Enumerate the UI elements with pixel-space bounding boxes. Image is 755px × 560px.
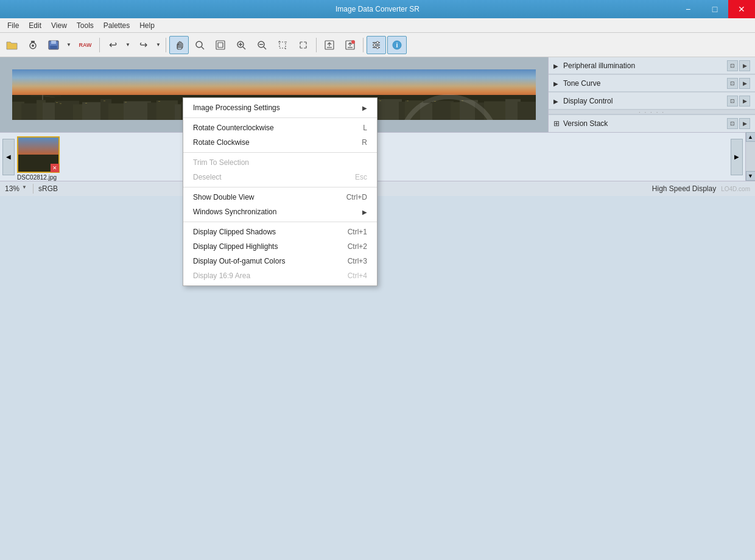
svg-point-25: [351, 40, 355, 44]
svg-rect-62: [378, 99, 402, 120]
selection-button[interactable]: [293, 36, 313, 54]
ctx-rotate-ccw-label: Rotate Counterclockwise: [193, 124, 274, 132]
filmstrip-area: ◀ ✕ DSC02812.jpg ▶ ▲ ▼: [0, 132, 755, 181]
version-copy-btn[interactable]: ⊡: [727, 118, 738, 129]
svg-rect-2: [31, 41, 35, 43]
menu-file[interactable]: File: [2, 20, 24, 31]
export2-button[interactable]: [340, 36, 360, 54]
ctx-trim-selection: Trim To Selection: [183, 155, 377, 170]
ctx-windows-sync[interactable]: Windows Synchronization ▶: [183, 205, 377, 219]
maximize-button[interactable]: □: [701, 0, 728, 18]
filmstrip-filename: DSC02812.jpg: [17, 174, 60, 181]
titlebar-controls: − □ ✕: [675, 0, 755, 18]
zoom-tool-button[interactable]: [190, 36, 209, 54]
ctx-clipped-highlights[interactable]: Display Clipped Highlights Ctrl+2: [183, 239, 377, 254]
open-button[interactable]: [2, 36, 22, 54]
ctx-rotate-cw-shortcut: R: [362, 138, 367, 147]
panel-displaycontrol-header[interactable]: ▶ Display Control ⊡ ▶: [549, 93, 755, 110]
tonecurve-paste-btn[interactable]: ▶: [739, 78, 750, 89]
tonecurve-label: Tone Curve: [563, 79, 727, 88]
redo-button[interactable]: ↪: [133, 36, 153, 54]
ctx-deselect-shortcut: Esc: [355, 173, 367, 181]
save-button[interactable]: [44, 36, 63, 54]
ctx-rotate-cw[interactable]: Rotate Clockwise R: [183, 135, 377, 150]
version-panel-actions: ⊡ ▶: [727, 118, 750, 129]
version-expand-button[interactable]: ⊞: [553, 119, 560, 128]
panel-peripheral-header[interactable]: ▶ Peripheral illumination ⊡ ▶: [549, 57, 755, 74]
main-area: LO4D.com ▶ Peripheral illumination ⊡ ▶: [0, 57, 755, 181]
ctx-rotate-ccw-shortcut: L: [363, 124, 367, 132]
toolbar-sep-1: [99, 38, 100, 52]
ctx-image-processing[interactable]: Image Processing Settings ▶: [183, 100, 377, 115]
context-menu: Image Processing Settings ▶ Rotate Count…: [183, 97, 378, 286]
ctx-rotate-ccw[interactable]: Rotate Counterclockwise L: [183, 121, 377, 135]
svg-rect-5: [50, 46, 57, 49]
displaycontrol-expand-icon: ▶: [553, 98, 560, 104]
svg-point-1: [32, 44, 34, 47]
panel-tone-curve: ▶ Tone Curve ⊡ ▶: [549, 75, 755, 93]
settings-button[interactable]: [367, 36, 386, 54]
menu-tools[interactable]: Tools: [72, 20, 99, 31]
ctx-sep-1: [183, 117, 377, 118]
displaycontrol-paste-btn[interactable]: ▶: [739, 96, 750, 107]
svg-text:i: i: [396, 41, 398, 49]
filmstrip-next-button[interactable]: ▶: [731, 139, 743, 175]
svg-rect-72: [518, 102, 536, 120]
version-stack-label: Version Stack: [563, 119, 608, 128]
zoom-dropdown-btn[interactable]: ▼: [22, 184, 28, 193]
panel-tonecurve-header[interactable]: ▶ Tone Curve ⊡ ▶: [549, 75, 755, 92]
undo-dropdown-arrow[interactable]: ▼: [124, 36, 132, 54]
zoom-out-button[interactable]: [252, 36, 272, 54]
crop-button[interactable]: [273, 36, 292, 54]
displaycontrol-copy-btn[interactable]: ⊡: [727, 96, 738, 107]
svg-rect-8: [216, 41, 225, 49]
version-stack-bar: ⊞ Version Stack ⊡ ▶: [549, 114, 755, 132]
tonecurve-copy-btn[interactable]: ⊡: [727, 78, 738, 89]
close-button[interactable]: ✕: [728, 0, 755, 18]
peripheral-paste-btn[interactable]: ▶: [739, 60, 750, 71]
filmstrip-prev-button[interactable]: ◀: [2, 139, 15, 175]
raw-button[interactable]: RAW: [74, 36, 96, 54]
hand-tool-button[interactable]: [169, 36, 189, 54]
menu-view[interactable]: View: [46, 20, 72, 31]
panel-display-control: ▶ Display Control ⊡ ▶: [549, 93, 755, 110]
filmstrip-scroll-up[interactable]: ▲: [746, 132, 756, 142]
toolbar-sep-2: [166, 38, 166, 52]
menu-palettes[interactable]: Palettes: [99, 20, 135, 31]
minimize-button[interactable]: −: [675, 0, 701, 18]
filmstrip-scroll-down[interactable]: ▼: [746, 171, 756, 181]
export1-button[interactable]: [320, 36, 339, 54]
filmstrip-thumb-sky: [18, 138, 58, 156]
displaycontrol-actions: ⊡ ▶: [727, 96, 750, 107]
toolbar-sep-4: [363, 38, 363, 52]
save-dropdown-arrow[interactable]: ▼: [65, 36, 73, 54]
redo-dropdown-arrow[interactable]: ▼: [154, 36, 163, 54]
ctx-windows-sync-arrow: ▶: [362, 209, 367, 215]
ctx-out-of-gamut[interactable]: Display Out-of-gamut Colors Ctrl+3: [183, 254, 377, 268]
status-mode: High Speed Display: [652, 184, 716, 193]
filmstrip-item[interactable]: ✕: [17, 136, 60, 173]
ctx-show-double-view[interactable]: Show Double View Ctrl+D: [183, 190, 377, 205]
version-paste-btn[interactable]: ▶: [739, 118, 750, 129]
zoom-in-button[interactable]: [231, 36, 251, 54]
fit-window-button[interactable]: [211, 36, 230, 54]
svg-rect-16: [279, 42, 286, 48]
svg-line-12: [243, 47, 245, 49]
peripheral-copy-btn[interactable]: ⊡: [727, 60, 738, 71]
colorspace-value: sRGB: [38, 184, 58, 193]
svg-point-29: [376, 41, 379, 44]
ctx-double-view-label: Show Double View: [193, 193, 255, 201]
ctx-clipped-shadows[interactable]: Display Clipped Shadows Ctrl+1: [183, 225, 377, 239]
ctx-rotate-cw-label: Rotate Clockwise: [193, 138, 250, 147]
ctx-double-view-shortcut: Ctrl+D: [346, 193, 367, 201]
filmstrip-close-button[interactable]: ✕: [51, 164, 59, 172]
ctx-out-of-gamut-shortcut: Ctrl+3: [348, 257, 367, 265]
right-panel: ▶ Peripheral illumination ⊡ ▶ ▶ Tone Cur…: [548, 57, 755, 132]
svg-rect-4: [51, 41, 56, 44]
menu-edit[interactable]: Edit: [24, 20, 46, 31]
undo-button[interactable]: ↩: [103, 36, 122, 54]
info-button[interactable]: i: [387, 36, 407, 54]
menu-help[interactable]: Help: [135, 20, 160, 31]
peripheral-label: Peripheral illumination: [563, 61, 727, 70]
capture-button[interactable]: [23, 36, 43, 54]
